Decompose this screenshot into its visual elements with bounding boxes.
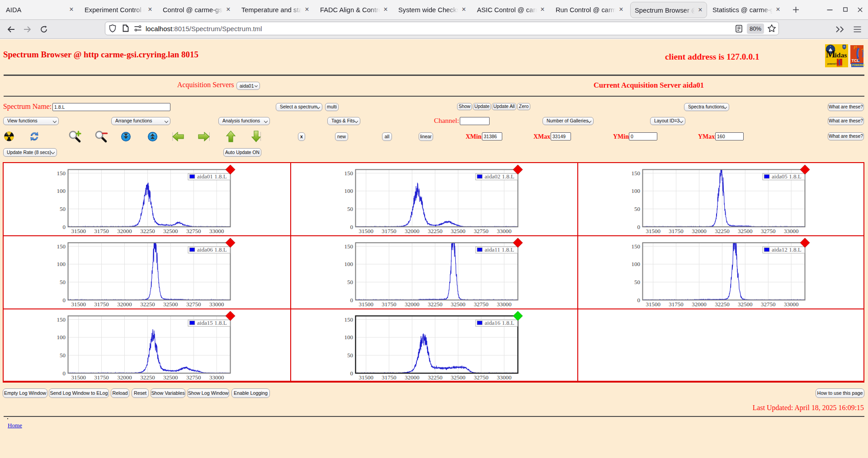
svg-text:32500: 32500 bbox=[163, 300, 178, 307]
svg-text:31750: 31750 bbox=[94, 374, 109, 380]
svg-text:50: 50 bbox=[634, 279, 640, 285]
svg-text:31750: 31750 bbox=[669, 300, 684, 307]
svg-text:32250: 32250 bbox=[428, 228, 443, 234]
svg-text:aida16 1.8.L: aida16 1.8.L bbox=[485, 319, 514, 326]
svg-text:32750: 32750 bbox=[186, 300, 201, 307]
svg-text:31750: 31750 bbox=[669, 228, 684, 234]
svg-text:33000: 33000 bbox=[209, 228, 224, 234]
svg-text:32750: 32750 bbox=[474, 228, 489, 234]
svg-text:0: 0 bbox=[63, 224, 66, 230]
svg-text:31750: 31750 bbox=[382, 228, 396, 234]
svg-text:32500: 32500 bbox=[451, 374, 466, 380]
svg-text:aida12 1.8.L: aida12 1.8.L bbox=[772, 246, 802, 252]
svg-text:32500: 32500 bbox=[451, 228, 466, 234]
svg-text:50: 50 bbox=[60, 206, 66, 212]
svg-text:0: 0 bbox=[350, 296, 353, 303]
svg-text:32000: 32000 bbox=[117, 228, 132, 234]
svg-text:0: 0 bbox=[350, 224, 353, 230]
svg-text:aida06 1.8.L: aida06 1.8.L bbox=[197, 246, 227, 252]
svg-text:0: 0 bbox=[350, 369, 353, 376]
svg-text:100: 100 bbox=[57, 187, 66, 194]
svg-text:31500: 31500 bbox=[646, 300, 661, 307]
svg-text:50: 50 bbox=[347, 206, 353, 212]
svg-text:32750: 32750 bbox=[474, 300, 489, 307]
svg-text:32000: 32000 bbox=[692, 228, 707, 234]
svg-text:32000: 32000 bbox=[117, 374, 132, 380]
svg-text:32000: 32000 bbox=[117, 300, 132, 307]
svg-text:33000: 33000 bbox=[209, 374, 224, 380]
svg-text:32500: 32500 bbox=[738, 300, 753, 307]
svg-text:150: 150 bbox=[632, 170, 641, 177]
svg-text:50: 50 bbox=[347, 279, 353, 285]
svg-text:100: 100 bbox=[57, 261, 66, 267]
svg-text:150: 150 bbox=[57, 170, 66, 177]
svg-text:aida11 1.8.L: aida11 1.8.L bbox=[485, 246, 514, 252]
svg-text:32750: 32750 bbox=[474, 374, 489, 380]
svg-text:32000: 32000 bbox=[405, 374, 420, 380]
svg-text:idas: idas bbox=[835, 51, 847, 59]
svg-text:32000: 32000 bbox=[692, 300, 707, 307]
svg-text:POWERED: POWERED bbox=[838, 65, 846, 67]
svg-text:32750: 32750 bbox=[761, 228, 776, 234]
svg-text:32250: 32250 bbox=[428, 374, 443, 380]
svg-text:31750: 31750 bbox=[94, 300, 109, 307]
svg-text:aida05 1.8.L: aida05 1.8.L bbox=[772, 173, 802, 180]
svg-text:150: 150 bbox=[344, 243, 353, 249]
svg-text:150: 150 bbox=[632, 243, 641, 249]
svg-text:33000: 33000 bbox=[497, 300, 512, 307]
svg-text:31500: 31500 bbox=[646, 228, 661, 234]
svg-text:31750: 31750 bbox=[94, 228, 109, 234]
svg-text:100: 100 bbox=[632, 261, 641, 267]
svg-text:aida02 1.8.L: aida02 1.8.L bbox=[485, 173, 514, 180]
svg-text:33000: 33000 bbox=[209, 300, 224, 307]
svg-text:TCL: TCL bbox=[852, 58, 860, 63]
svg-text:32500: 32500 bbox=[163, 374, 178, 380]
svg-text:50: 50 bbox=[347, 352, 353, 359]
svg-text:31750: 31750 bbox=[382, 300, 396, 307]
svg-text:31500: 31500 bbox=[359, 374, 373, 380]
svg-text:32250: 32250 bbox=[140, 228, 155, 234]
svg-text:31500: 31500 bbox=[71, 300, 86, 307]
svg-text:50: 50 bbox=[60, 352, 66, 359]
svg-text:32250: 32250 bbox=[140, 300, 155, 307]
svg-text:100: 100 bbox=[57, 334, 66, 341]
svg-text:0: 0 bbox=[63, 296, 66, 303]
svg-text:33000: 33000 bbox=[497, 228, 512, 234]
svg-text:32500: 32500 bbox=[738, 228, 753, 234]
svg-text:32750: 32750 bbox=[186, 228, 201, 234]
svg-text:32250: 32250 bbox=[428, 300, 443, 307]
svg-text:150: 150 bbox=[57, 243, 66, 249]
svg-text:POWERED: POWERED bbox=[852, 64, 865, 66]
svg-text:33000: 33000 bbox=[784, 228, 799, 234]
svg-text:aida15 1.8.L: aida15 1.8.L bbox=[197, 319, 227, 326]
svg-text:aida01 1.8.L: aida01 1.8.L bbox=[197, 173, 227, 180]
svg-text:32000: 32000 bbox=[405, 228, 420, 234]
svg-text:50: 50 bbox=[634, 206, 640, 212]
svg-text:33000: 33000 bbox=[784, 300, 799, 307]
svg-text:50: 50 bbox=[60, 279, 66, 285]
svg-text:31500: 31500 bbox=[359, 228, 373, 234]
svg-text:32250: 32250 bbox=[140, 374, 155, 380]
svg-text:31500: 31500 bbox=[71, 374, 86, 380]
svg-text:31500: 31500 bbox=[359, 300, 373, 307]
svg-text:32500: 32500 bbox=[163, 228, 178, 234]
svg-text:100: 100 bbox=[344, 261, 353, 267]
svg-text:32000: 32000 bbox=[405, 300, 420, 307]
svg-text:0: 0 bbox=[63, 369, 66, 376]
svg-text:100: 100 bbox=[344, 334, 353, 341]
svg-text:32500: 32500 bbox=[451, 300, 466, 307]
svg-text:32750: 32750 bbox=[761, 300, 776, 307]
svg-text:32750: 32750 bbox=[186, 374, 201, 380]
svg-text:31750: 31750 bbox=[382, 374, 396, 380]
svg-text:32250: 32250 bbox=[715, 300, 730, 307]
svg-text:150: 150 bbox=[344, 170, 353, 177]
svg-text:0: 0 bbox=[637, 224, 641, 230]
svg-text:31500: 31500 bbox=[71, 228, 86, 234]
svg-text:100: 100 bbox=[344, 187, 353, 194]
svg-text:33000: 33000 bbox=[497, 374, 512, 380]
svg-text:150: 150 bbox=[57, 316, 66, 322]
svg-text:100: 100 bbox=[632, 187, 641, 194]
svg-text:32250: 32250 bbox=[715, 228, 730, 234]
svg-text:0: 0 bbox=[637, 296, 641, 303]
svg-text:M: M bbox=[826, 48, 836, 60]
